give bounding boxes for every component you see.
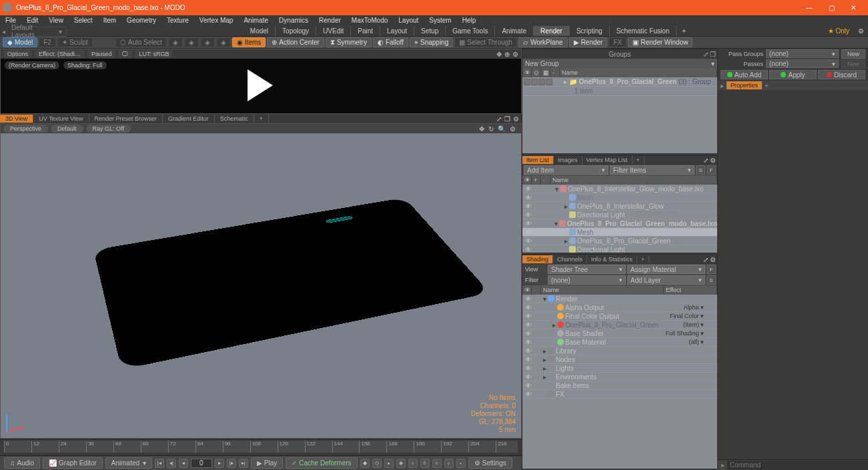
audio-button[interactable]: ♫Audio	[4, 457, 40, 469]
fx-button[interactable]: FX	[608, 37, 626, 47]
shader-row[interactable]: 👁Bake Items	[522, 381, 717, 390]
prev-frame-icon[interactable]: ◂	[179, 459, 188, 468]
tab-setup[interactable]: Setup	[414, 26, 446, 36]
monitor-icon[interactable]: 🖵	[118, 50, 132, 58]
close-icon[interactable]: ✕	[847, 3, 860, 13]
shader-row[interactable]: 👁Base ShaderFull Shading ▾	[522, 329, 717, 338]
prev-key-icon[interactable]: ◂|	[167, 459, 176, 468]
effect-dropdown[interactable]: Effect: (Shadi…	[35, 50, 85, 58]
add-layer-dropdown[interactable]: Add Layer	[627, 275, 705, 285]
shader-row[interactable]: 👁▸OnePlus_8_Pro_Glacial_Green(2)(Item) ▾	[522, 321, 717, 329]
add-tab-icon[interactable]: +	[765, 82, 769, 89]
new-group-button[interactable]: New Group▾	[522, 59, 717, 68]
render-button[interactable]: ▶Render	[569, 37, 608, 47]
action-center-button[interactable]: ⊕Action Center	[267, 37, 324, 47]
item-row[interactable]: 👁▸OnePlus_8_Pro_Glacial_Green(2)	[522, 237, 717, 245]
shader-row[interactable]: 👁▸Nodes	[522, 355, 717, 364]
key-icon-1[interactable]: ◆	[360, 459, 370, 468]
close-panel-icon[interactable]: ❐	[710, 51, 716, 58]
zoom-view-icon[interactable]: 🔍	[498, 125, 506, 133]
new-pass-group-button[interactable]: New	[841, 49, 865, 59]
3d-viewport[interactable]: Perspective Default Ray GL: Off ✥ ↻ 🔍 ⚙ …	[0, 123, 522, 439]
rotate-icon[interactable]: ↻	[488, 125, 494, 133]
auto-add-button[interactable]: Auto Add	[721, 70, 768, 79]
key-icon-6[interactable]: ◊	[420, 459, 430, 468]
filter-f2-button[interactable]: F	[707, 265, 716, 274]
tab-scripting[interactable]: Scripting	[570, 26, 610, 36]
detach-icon[interactable]: ⤢	[496, 115, 502, 123]
item-row[interactable]: 👁▾OnePlus_8_Interstellar_Glow_modo_base.…	[522, 185, 717, 193]
lut-dropdown[interactable]: LUT: sRGB	[135, 50, 173, 58]
add-shadingtab-icon[interactable]: +	[637, 255, 649, 263]
viewtab-gradient-editor[interactable]: Gradient Editor	[163, 115, 215, 123]
tab-topology[interactable]: Topology	[276, 26, 316, 36]
auto-select-button[interactable]: ⬡Auto Select	[115, 37, 167, 47]
vertex-mode-icon[interactable]: ◈	[168, 37, 183, 47]
camera-label[interactable]: (Render Camera)	[5, 61, 59, 69]
view-gear-icon[interactable]: ⚙	[510, 125, 516, 133]
collapse-icon[interactable]: ▸	[721, 82, 724, 89]
cache-deformers-button[interactable]: ✓Cache Deformers	[286, 457, 357, 469]
add-viewtab-icon[interactable]: +	[254, 115, 269, 123]
first-frame-icon[interactable]: |◂	[155, 459, 164, 468]
layout-prev-icon[interactable]: ◂	[0, 28, 7, 35]
move-icon[interactable]: ✥	[496, 51, 502, 58]
item-row[interactable]: 👁Mesh	[522, 193, 717, 202]
viewtab-render-preset-browser[interactable]: Render Preset Browser	[89, 115, 163, 123]
passes-dropdown[interactable]: (none)	[766, 59, 839, 68]
render-window-button[interactable]: ▣Render Window	[628, 37, 693, 47]
mesh-object[interactable]	[93, 197, 490, 369]
paused-button[interactable]: Paused	[87, 50, 116, 58]
graph-editor-button[interactable]: 📈Graph Editor	[43, 457, 103, 469]
menu-select[interactable]: Select	[69, 15, 98, 26]
pan-icon[interactable]: ✥	[479, 125, 484, 133]
shader-row[interactable]: 👁▸Lights	[522, 364, 717, 373]
viewtab-3d-view[interactable]: 3D View	[0, 115, 33, 123]
menu-vertex-map[interactable]: Vertex Map	[194, 15, 239, 26]
layout-dropdown[interactable]: Default Layouts▾	[7, 27, 67, 37]
timeline[interactable]: 0122436486072849610812013214415616818019…	[0, 439, 522, 455]
panel-gear-icon[interactable]: ⚙	[710, 157, 716, 164]
shadingtab-info---statistics[interactable]: Info & Statistics	[587, 255, 637, 263]
sculpt-button[interactable]: ✦Sculpt	[57, 37, 93, 47]
zoom-icon[interactable]: ⊕	[504, 51, 510, 58]
item-row[interactable]: 👁▸OnePlus_8_Interstellar_Glow(2)	[522, 202, 717, 211]
itemtab-vertex-map-list[interactable]: Vertex Map List	[582, 156, 632, 164]
detach-icon[interactable]: ⤢	[703, 157, 709, 164]
viewtab-uv-texture-view[interactable]: UV Texture View	[33, 115, 89, 123]
item-row[interactable]: 👁Mesh	[522, 228, 717, 237]
filter-f-button[interactable]: F	[707, 165, 716, 175]
itemtab-images[interactable]: Images	[554, 156, 582, 164]
add-item-dropdown[interactable]: Add Item	[524, 165, 608, 175]
group-row[interactable]: ▸ 📁 OnePlus_8_Pro_Glacial_Green (3) : Gr…	[522, 77, 717, 87]
shader-row[interactable]: 👁FX	[522, 390, 717, 399]
shadingtab-channels[interactable]: Channels	[553, 255, 587, 263]
menu-help[interactable]: Help	[457, 15, 482, 26]
close-view-icon[interactable]: ⚙	[513, 115, 519, 123]
filter-s-button[interactable]: S	[696, 165, 705, 175]
tab-model[interactable]: Model	[244, 26, 276, 36]
add-tab-icon[interactable]: +	[677, 26, 691, 36]
tab-uvedit[interactable]: UVEdit	[316, 26, 351, 36]
key-icon-5[interactable]: ⬦	[408, 459, 418, 468]
menu-system[interactable]: System	[424, 15, 456, 26]
last-frame-icon[interactable]: ▸|	[239, 459, 248, 468]
play-button[interactable]: ▶Play	[251, 457, 283, 469]
filter-items-dropdown[interactable]: Filter Items	[610, 165, 695, 175]
menu-geometry[interactable]: Geometry	[121, 15, 161, 26]
shader-row[interactable]: 👁Base Material(all) ▾	[522, 338, 717, 347]
current-frame-input[interactable]	[191, 459, 212, 468]
tab-layout[interactable]: Layout	[380, 26, 414, 36]
edge-mode-icon[interactable]: ◈	[184, 37, 199, 47]
animated-dropdown[interactable]: Animated▾	[105, 457, 152, 469]
snapping-button[interactable]: ⌖Snapping	[410, 37, 453, 47]
key-icon-8[interactable]: ⬨	[444, 459, 454, 468]
maximize-view-icon[interactable]: ❐	[504, 115, 510, 123]
tab-paint[interactable]: Paint	[351, 26, 380, 36]
add-itemtab-icon[interactable]: +	[632, 156, 644, 164]
discard-button[interactable]: Discard	[818, 70, 865, 79]
key-icon-9[interactable]: ⬩	[456, 459, 466, 468]
menu-animate[interactable]: Animate	[238, 15, 274, 26]
workplane-button[interactable]: ▱WorkPlane	[518, 37, 568, 47]
falloff-button[interactable]: ◐Falloff	[373, 37, 408, 47]
